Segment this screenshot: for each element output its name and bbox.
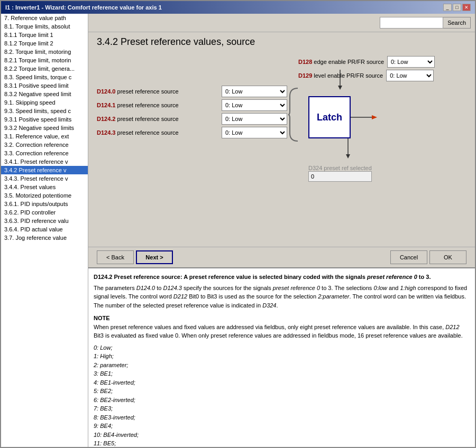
nav-buttons: < Back Next > Cancel OK — [88, 247, 475, 267]
d128-select[interactable]: 0: Low 1: High — [387, 56, 435, 68]
preset-0-select[interactable]: 0: Low1: High2: parameter — [222, 86, 287, 97]
close-button[interactable]: ✕ — [462, 4, 471, 11]
list-item: 2: parameter; — [94, 361, 470, 370]
nav-left: < Back Next > — [97, 250, 173, 264]
latch-box: Latch — [308, 96, 351, 138]
sidebar-item-3[interactable]: 8.1.2 Torque limit 2 — [1, 39, 88, 48]
d128-row: D128 edge enable PR/FR source 0: Low 1: … — [298, 56, 435, 68]
d324-area: D324 preset ref selected — [308, 165, 372, 182]
window-title: I1 : Inverter1 - Wizard: Comfort referen… — [5, 4, 162, 11]
back-button[interactable]: < Back — [97, 250, 134, 264]
sidebar-item-17[interactable]: 3.4.1. Preset reference v — [1, 157, 88, 166]
sidebar-item-13[interactable]: 9.3.2 Negative speed limits — [1, 124, 88, 132]
preset-1-select[interactable]: 0: Low1: High2: parameter — [222, 99, 287, 111]
preset-0-label: D124.0 preset reference source — [97, 88, 218, 95]
list-item: 7: BE3; — [94, 404, 470, 413]
preset-2-select[interactable]: 0: Low1: High2: parameter — [222, 113, 287, 125]
search-button[interactable]: Search — [443, 17, 471, 29]
sidebar-item-4[interactable]: 8.2. Torque limit, motoring — [1, 48, 88, 56]
diagram-area: D124.0 preset reference source 0: Low1: … — [97, 86, 466, 242]
minimize-button[interactable]: _ — [443, 4, 452, 11]
svg-marker-1 — [338, 86, 342, 90]
sidebar-item-19[interactable]: 3.4.3. Preset reference v — [1, 174, 88, 183]
preset-3-label: D124.3 preset reference source — [97, 129, 218, 136]
sidebar-item-15[interactable]: 3.2. Correction reference — [1, 141, 88, 149]
sidebar-item-21[interactable]: 3.5. Motorized potentiome — [1, 191, 88, 200]
maximize-button[interactable]: □ — [453, 4, 461, 11]
list-item: 5: BE2; — [94, 387, 470, 396]
search-input[interactable] — [380, 17, 443, 29]
list-item: 11: BE5; — [94, 439, 470, 447]
sidebar-item-24[interactable]: 3.6.3. PID reference valu — [1, 217, 88, 225]
svg-marker-5 — [346, 154, 350, 158]
sidebar-item-8[interactable]: 8.3.1 Positive speed limit — [1, 81, 88, 90]
sidebar-item-18[interactable]: 3.4.2 Preset reference v — [1, 166, 88, 174]
brace-area — [287, 86, 303, 144]
svg-marker-3 — [372, 115, 377, 119]
latch-row: Latch — [308, 96, 382, 138]
preset-2-label: D124.2 preset reference source — [97, 116, 218, 122]
preset-3-select[interactable]: 0: Low1: High2: parameter — [222, 127, 287, 138]
latch-output-arrow — [351, 109, 382, 125]
list-item: 9: BE4; — [94, 422, 470, 431]
ok-button[interactable]: OK — [429, 250, 466, 264]
sidebar-item-1[interactable]: 8.1. Torque limits, absolut — [1, 22, 88, 31]
sidebar: 7. Reference value path8.1. Torque limit… — [1, 14, 88, 447]
right-panel: Search 3.4.2 Preset reference values, so… — [88, 14, 475, 447]
title-bar: I1 : Inverter1 - Wizard: Comfort referen… — [1, 1, 475, 14]
diagram-wrapper: D124.0 preset reference source 0: Low1: … — [97, 86, 466, 242]
window-controls: _ □ ✕ — [443, 4, 471, 11]
list-item: 10: BE4-inverted; — [94, 431, 470, 440]
d324-label: D324 preset ref selected — [308, 165, 372, 171]
list-item: 8: BE3-inverted; — [94, 413, 470, 422]
search-box: Search — [380, 17, 471, 29]
desc-body: The parameters D124.0 to D124.3 specify … — [94, 284, 470, 310]
next-button[interactable]: Next > — [136, 250, 173, 264]
nav-right: Cancel OK — [390, 250, 466, 264]
sidebar-item-23[interactable]: 3.6.2. PID controller — [1, 208, 88, 217]
sidebar-item-0[interactable]: 7. Reference value path — [1, 14, 88, 22]
sidebar-item-16[interactable]: 3.3. Correction reference — [1, 149, 88, 157]
cancel-button[interactable]: Cancel — [390, 250, 427, 264]
sidebar-item-5[interactable]: 8.2.1 Torque limit, motorin — [1, 56, 88, 64]
main-window: I1 : Inverter1 - Wizard: Comfort referen… — [0, 0, 476, 448]
sidebar-item-6[interactable]: 8.2.2 Torque limit, genera... — [1, 64, 88, 73]
preset-1-label: D124.1 preset reference source — [97, 102, 218, 108]
sidebar-item-22[interactable]: 3.6.1. PID inputs/outputs — [1, 200, 88, 208]
page-heading: 3.4.2 Preset reference values, source — [88, 32, 475, 50]
main-content: 7. Reference value path8.1. Torque limit… — [1, 14, 475, 447]
description-area: D124.2 Preset reference source: A preset… — [88, 267, 475, 447]
sidebar-item-12[interactable]: 9.3.1 Positive speed limits — [1, 115, 88, 124]
preset-row-1: D124.1 preset reference source 0: Low1: … — [97, 99, 287, 111]
sidebar-item-25[interactable]: 3.6.4. PID actual value — [1, 225, 88, 234]
sidebar-item-9[interactable]: 8.3.2 Negative speed limit — [1, 90, 88, 98]
list-item: 6: BE2-inverted; — [94, 396, 470, 405]
list-item: 3: BE1; — [94, 369, 470, 378]
desc-list: 0: Low; 1: High; 2: parameter; 3: BE1; 4… — [94, 343, 470, 447]
wizard-body: D128 edge enable PR/FR source 0: Low 1: … — [88, 50, 475, 247]
sidebar-item-20[interactable]: 3.4.4. Preset values — [1, 183, 88, 191]
controls-col: D124.0 preset reference source 0: Low1: … — [97, 86, 287, 138]
d128-label: D128 edge enable PR/FR source — [298, 59, 384, 65]
latch-section: Latch — [303, 86, 466, 182]
preset-row-0: D124.0 preset reference source 0: Low1: … — [97, 86, 287, 97]
preset-row-3: D124.3 preset reference source 0: Low1: … — [97, 127, 287, 138]
sidebar-item-10[interactable]: 9.1. Skipping speed — [1, 98, 88, 107]
desc-title: D124.2 Preset reference source: A preset… — [94, 273, 470, 282]
preset-row-2: D124.2 preset reference source 0: Low1: … — [97, 113, 287, 125]
sidebar-item-2[interactable]: 8.1.1 Torque limit 1 — [1, 31, 88, 39]
list-item: 1: High; — [94, 352, 470, 361]
desc-note: NOTE When preset reference values and fi… — [94, 314, 470, 340]
list-item: 0: Low; — [94, 343, 470, 352]
top-toolbar: Search — [88, 14, 475, 32]
content-area: 3.4.2 Preset reference values, source D1… — [88, 32, 475, 267]
connector-arrow-top — [319, 70, 425, 91]
d324-input[interactable] — [308, 171, 372, 182]
sidebar-item-7[interactable]: 8.3. Speed limits, torque c — [1, 73, 88, 81]
latch-down-arrow — [327, 138, 369, 165]
brace-svg — [287, 86, 303, 144]
list-item: 4: BE1-inverted; — [94, 378, 470, 387]
sidebar-item-26[interactable]: 3.7. Jog reference value — [1, 234, 88, 242]
sidebar-item-11[interactable]: 9.3. Speed limits, speed c — [1, 107, 88, 115]
sidebar-item-14[interactable]: 3.1. Reference value, ext — [1, 132, 88, 141]
